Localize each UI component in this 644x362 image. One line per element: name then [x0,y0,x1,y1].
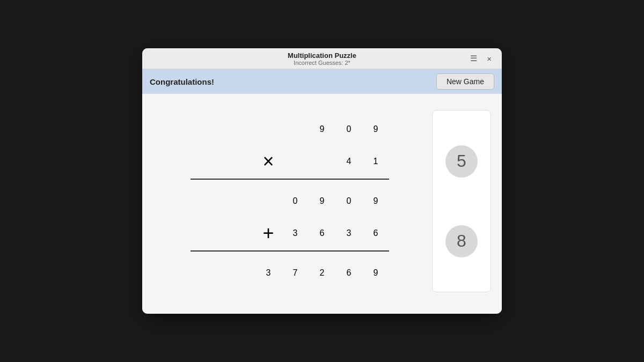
partial1-d1: 0 [282,196,309,206]
plus-operator: + [255,222,282,245]
multiplicand-spacer [255,118,282,141]
digit-bubble-8[interactable]: 8 [445,225,478,257]
close-button[interactable]: × [484,53,494,64]
multiplicand-d3: 9 [362,124,389,134]
puzzle-area: 9 0 9 × 4 1 0 9 [158,110,421,292]
partial1-d2: 9 [309,196,335,206]
puzzle-rows-container: 9 0 9 × 4 1 0 9 [191,113,389,289]
partial1-row: 0 9 0 9 [191,185,389,217]
multiplier-row: × 4 1 [191,145,389,178]
multiplicand-d2: 0 [335,124,362,134]
congrats-text: Congratulations! [150,77,214,86]
sidebar: 5 8 [432,110,491,292]
title-bar: Multiplication Puzzle Incorrect Guesses:… [142,48,502,69]
app-window: Multiplication Puzzle Incorrect Guesses:… [142,48,502,314]
multiplicand-row: 9 0 9 [191,113,389,145]
partial1-d3: 0 [335,196,362,206]
toolbar: Congratulations! New Game [142,69,502,94]
product-spacer [228,262,255,284]
window-subtitle: Incorrect Guesses: 2* [288,60,356,66]
product-d4: 6 [335,268,362,278]
multiplicand-spacer2 [282,124,309,134]
partial2-d2: 6 [309,228,335,238]
times-operator: × [255,150,282,173]
multiplier-d1: 4 [335,157,362,166]
title-bar-center: Multiplication Puzzle Incorrect Guesses:… [288,51,356,66]
multiplier-spacer [282,157,309,166]
multiplicand-d1: 9 [309,124,335,134]
top-divider [191,179,389,180]
main-content: 9 0 9 × 4 1 0 9 [142,94,502,314]
partial2-d3: 3 [335,228,362,238]
product-d1: 3 [255,268,282,278]
window-title: Multiplication Puzzle [288,51,356,60]
product-d2: 7 [282,268,309,278]
multiplier-spacer2 [309,157,335,166]
product-d5: 9 [362,268,389,278]
menu-button[interactable]: ☰ [467,53,480,64]
multiplier-d2: 1 [362,157,389,166]
sidebar-panel: 5 8 [432,110,491,292]
new-game-button[interactable]: New Game [436,73,494,90]
partial2-d1: 3 [282,228,309,238]
product-row: 3 7 2 6 9 [191,257,389,289]
partial1-spacer [255,190,282,212]
partial1-d4: 9 [362,196,389,206]
bottom-divider [191,250,389,252]
partial2-d4: 6 [362,228,389,238]
product-d3: 2 [309,268,335,278]
partial2-row: + 3 6 3 6 [191,217,389,249]
title-bar-controls: ☰ × [467,53,494,64]
digit-bubble-5[interactable]: 5 [445,145,478,178]
